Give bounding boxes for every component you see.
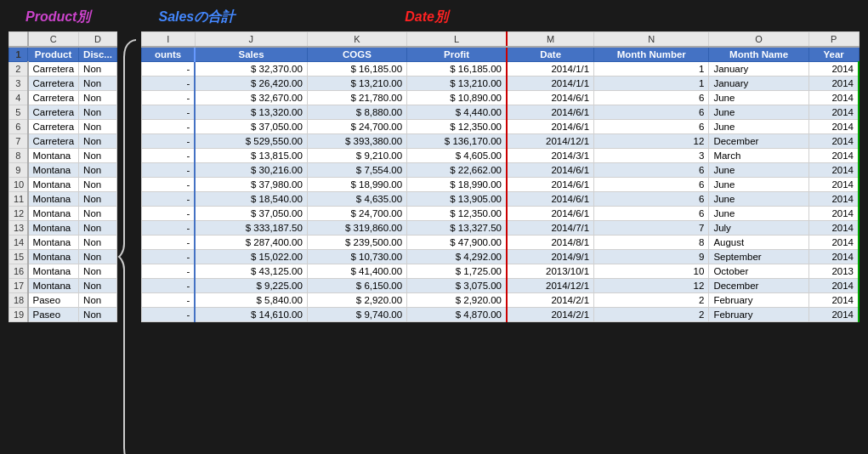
table-row: -$ 13,815.00$ 9,210.00$ 4,605.002014/3/1… (141, 149, 859, 163)
table-row: 17MontanaNon (9, 279, 117, 293)
cell-year: 2014 (808, 134, 859, 149)
cell-profit: $ 18,990.00 (407, 178, 507, 192)
cell-sales: $ 26,420.00 (195, 77, 307, 91)
cell-discount-band: Non (79, 62, 117, 77)
table-row: -$ 30,216.00$ 7,554.00$ 22,662.002014/6/… (141, 163, 859, 178)
cell-discount-band: Non (79, 264, 117, 279)
cell-discount-band: Non (79, 105, 117, 120)
cell-discount-band: Non (79, 134, 117, 149)
row-number: 16 (9, 264, 28, 279)
header-profit: Profit (407, 47, 507, 62)
cell-sales: $ 32,670.00 (195, 91, 307, 105)
table-row: -$ 37,980.00$ 18,990.00$ 18,990.002014/6… (141, 178, 859, 192)
left-data-table: C D 1 Product Disc... 2CarreteraNon3Carr… (9, 31, 117, 322)
cell-cogs: $ 10,730.00 (307, 250, 406, 264)
cell-discount-band: Non (79, 178, 117, 192)
table-row: 6CarreteraNon (9, 120, 117, 134)
cell-product: Paseo (28, 293, 79, 308)
cell-discounts: - (141, 279, 195, 293)
cell-sales: $ 37,980.00 (195, 178, 307, 192)
cell-year: 2014 (808, 207, 859, 221)
cell-product: Montana (28, 279, 79, 293)
header-month-number: Month Number (594, 47, 709, 62)
cell-year: 2014 (808, 279, 859, 293)
cell-year: 2014 (808, 77, 859, 91)
cell-month-number: 6 (594, 178, 709, 192)
cell-cogs: $ 6,150.00 (307, 279, 406, 293)
cell-profit: $ 2,920.00 (407, 293, 507, 308)
cell-sales: $ 37,050.00 (195, 120, 307, 134)
cell-month-number: 6 (594, 91, 709, 105)
cell-discounts: - (141, 77, 195, 91)
cell-product: Montana (28, 250, 79, 264)
col-header-d: D (79, 32, 117, 48)
right-table: I J K L M N O P ounts Sales COGS Profit (141, 31, 859, 454)
row-number: 10 (9, 178, 28, 192)
cell-year: 2014 (808, 149, 859, 163)
cell-month-number: 7 (594, 221, 709, 236)
cell-product: Carretera (28, 91, 79, 105)
cell-month-number: 9 (594, 250, 709, 264)
cell-month-name: June (709, 192, 808, 207)
cell-product: Carretera (28, 62, 79, 77)
left-table: C D 1 Product Disc... 2CarreteraNon3Carr… (9, 31, 117, 454)
cell-cogs: $ 18,990.00 (307, 178, 406, 192)
cell-profit: $ 4,605.00 (407, 149, 507, 163)
cell-date: 2014/1/1 (507, 77, 594, 91)
cell-cogs: $ 8,880.00 (307, 105, 406, 120)
cell-discount-band: Non (79, 250, 117, 264)
header-sales: Sales (195, 47, 307, 62)
cell-discount-band: Non (79, 236, 117, 250)
cell-month-number: 8 (594, 236, 709, 250)
row-number: 9 (9, 163, 28, 178)
cell-discounts: - (141, 293, 195, 308)
cell-month-name: June (709, 178, 808, 192)
cell-sales: $ 529,550.00 (195, 134, 307, 149)
table-row: 15MontanaNon (9, 250, 117, 264)
table-row: 4CarreteraNon (9, 91, 117, 105)
cell-profit: $ 47,900.00 (407, 236, 507, 250)
cell-month-name: June (709, 120, 808, 134)
cell-profit: $ 4,870.00 (407, 308, 507, 322)
col-header-l: L (407, 32, 507, 48)
cell-year: 2014 (808, 293, 859, 308)
cell-month-name: June (709, 105, 808, 120)
cell-year: 2014 (808, 62, 859, 77)
table-row: -$ 26,420.00$ 13,210.00$ 13,210.002014/1… (141, 77, 859, 91)
screenshot-container: Product別 Salesの合計 Date別 C D 1 Product Di… (0, 0, 868, 454)
cell-product: Montana (28, 192, 79, 207)
cell-sales: $ 32,370.00 (195, 62, 307, 77)
table-row: -$ 18,540.00$ 4,635.00$ 13,905.002014/6/… (141, 192, 859, 207)
table-row: 14MontanaNon (9, 236, 117, 250)
col-header-n: N (594, 32, 709, 48)
cell-month-name: June (709, 207, 808, 221)
bracket-separator (117, 31, 141, 454)
row-number: 5 (9, 105, 28, 120)
cell-discount-band: Non (79, 91, 117, 105)
table-row: -$ 14,610.00$ 9,740.00$ 4,870.002014/2/1… (141, 308, 859, 322)
row-number: 11 (9, 192, 28, 207)
cell-profit: $ 4,440.00 (407, 105, 507, 120)
cell-discounts: - (141, 91, 195, 105)
cell-year: 2014 (808, 236, 859, 250)
table-row: 7CarreteraNon (9, 134, 117, 149)
cell-sales: $ 30,216.00 (195, 163, 307, 178)
cell-date: 2014/12/1 (507, 279, 594, 293)
cell-sales: $ 9,225.00 (195, 279, 307, 293)
cell-month-name: February (709, 293, 808, 308)
cell-sales: $ 43,125.00 (195, 264, 307, 279)
cell-date: 2014/12/1 (507, 134, 594, 149)
row-number: 6 (9, 120, 28, 134)
cell-profit: $ 13,327.50 (407, 221, 507, 236)
table-row: -$ 287,400.00$ 239,500.00$ 47,900.002014… (141, 236, 859, 250)
cell-month-number: 6 (594, 120, 709, 134)
cell-month-name: December (709, 279, 808, 293)
cell-month-number: 1 (594, 77, 709, 91)
cell-month-number: 2 (594, 293, 709, 308)
header-cogs: COGS (307, 47, 406, 62)
right-data-table: I J K L M N O P ounts Sales COGS Profit (141, 31, 859, 322)
cell-date: 2014/3/1 (507, 149, 594, 163)
cell-year: 2014 (808, 308, 859, 322)
cell-product: Montana (28, 163, 79, 178)
cell-date: 2014/6/1 (507, 207, 594, 221)
